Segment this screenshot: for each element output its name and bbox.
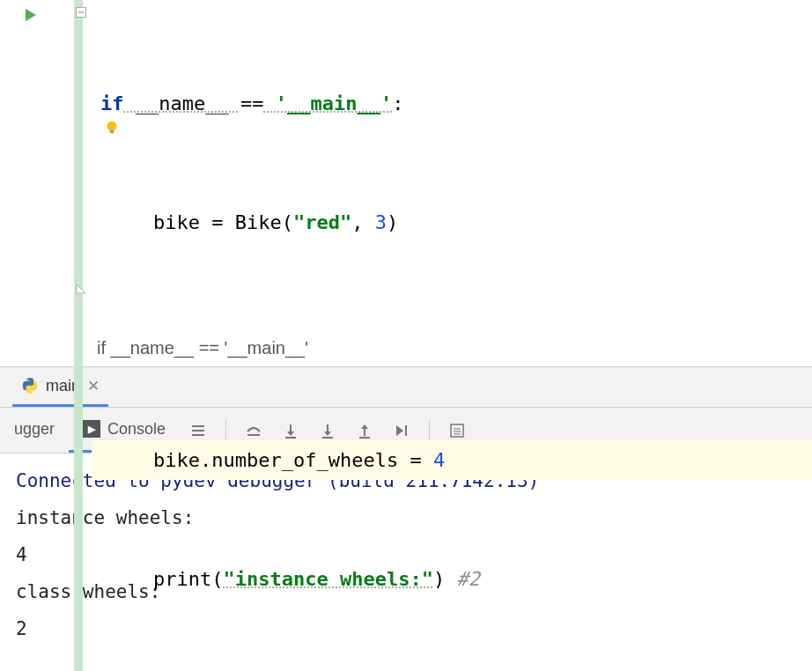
keyword: if: [100, 92, 124, 114]
gutter: [0, 0, 74, 330]
comment: #2: [445, 568, 480, 590]
identifier: bike =: [153, 211, 235, 233]
code-editor[interactable]: if __name__ == '__main__': bike = Bike("…: [74, 0, 812, 330]
number: 3: [375, 211, 387, 233]
identifier: bike.number_of_wheels =: [153, 449, 433, 471]
number: 4: [433, 449, 445, 471]
run-icon[interactable]: [23, 7, 39, 27]
call: Bike(: [235, 211, 293, 233]
tab-label: ugger: [14, 420, 55, 439]
code-line-highlighted: bike.number_of_wheels = 4: [92, 440, 812, 480]
call: print: [153, 568, 211, 590]
operator: ==: [240, 92, 264, 114]
code-line: bike = Bike("red", 3): [92, 203, 812, 242]
punct: ): [433, 568, 445, 590]
identifier: __name__: [124, 92, 240, 114]
punct: ,: [351, 211, 375, 233]
string: "red": [293, 211, 351, 233]
string: '__main__': [263, 92, 392, 114]
punct: :: [392, 92, 403, 114]
code-line: if __name__ == '__main__':: [92, 84, 812, 123]
code-line-blank: [92, 321, 812, 361]
svg-marker-0: [26, 9, 36, 21]
punct: ): [387, 211, 398, 233]
punct: (: [211, 568, 223, 590]
string: "instance wheels:": [223, 568, 432, 590]
python-icon: [21, 377, 39, 394]
code-line: print("instance wheels:") #2: [92, 559, 812, 599]
editor-area: if __name__ == '__main__': bike = Bike("…: [0, 0, 812, 330]
tab-debugger[interactable]: ugger: [0, 408, 69, 453]
